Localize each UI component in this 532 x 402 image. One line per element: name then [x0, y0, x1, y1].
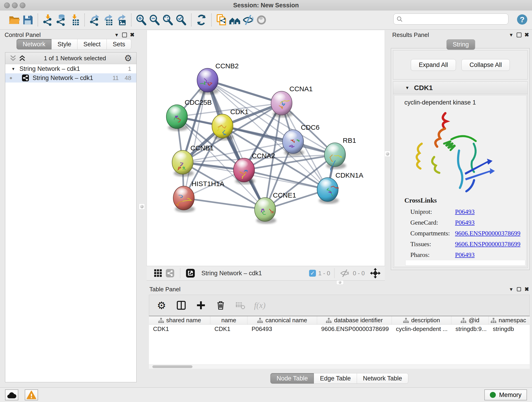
node-label-hist1h1a: HIST1H1A — [191, 180, 224, 187]
window-title: Session: New Session — [0, 2, 532, 9]
network-node-ccna2[interactable]: CCNA2 — [234, 152, 275, 185]
crosslink-link[interactable]: P06493 — [455, 208, 475, 216]
crosslink-link[interactable]: P06493 — [455, 219, 475, 226]
scrollbar-thumb[interactable] — [152, 365, 192, 368]
column-label: namespac — [499, 317, 526, 324]
tab-network[interactable]: Network — [17, 39, 51, 50]
panel-menu-icon[interactable]: ▾ — [507, 32, 515, 38]
clone-network-button[interactable] — [215, 13, 228, 27]
network-options-gear-icon[interactable]: ⚙ — [123, 52, 133, 64]
network-edge[interactable] — [184, 198, 265, 210]
collapse-all-icon[interactable] — [8, 52, 18, 64]
search-input[interactable] — [403, 15, 508, 23]
tab-string[interactable]: String — [447, 39, 475, 50]
table-row[interactable]: CDK1CDK1P064939606.ENSP00000378699cyclin… — [149, 325, 530, 333]
warning-button[interactable] — [25, 389, 38, 400]
home-view-button[interactable] — [228, 13, 241, 27]
table-options-gear-icon[interactable]: ⚙ — [156, 299, 167, 311]
tab-sets[interactable]: Sets — [107, 39, 131, 50]
refresh-button[interactable] — [195, 13, 208, 27]
add-column-icon[interactable] — [195, 299, 207, 311]
export-table-button[interactable] — [101, 13, 114, 27]
panel-menu-icon[interactable]: ▾ — [113, 32, 120, 38]
network-canvas[interactable]: CCNB2CCNA1CDC25BCDK1CDC6RB1CCNB1CCNA2CDK… — [147, 30, 385, 266]
hide-panel-button[interactable] — [241, 13, 255, 27]
delete-column-icon[interactable] — [215, 299, 227, 311]
network-node-cdkn1a[interactable]: CDKN1A — [317, 172, 363, 204]
panel-menu-icon[interactable]: ▾ — [507, 286, 515, 293]
panel-float-icon[interactable] — [120, 32, 128, 38]
network-node-hist1h1a[interactable]: HIST1H1A — [173, 180, 224, 212]
expand-all-icon[interactable] — [18, 52, 27, 64]
birds-eye-grid-icon[interactable] — [152, 267, 164, 279]
expand-all-button[interactable]: Expand All — [411, 59, 456, 71]
network-node-cdc6[interactable]: CDC6 — [283, 123, 320, 156]
cell-description: cyclin-dependent ... — [392, 325, 451, 332]
column-header-id[interactable]: @id — [451, 316, 489, 324]
collapse-all-button[interactable]: Collapse All — [462, 59, 510, 71]
panel-close-icon[interactable]: ✖ — [128, 32, 136, 38]
import-database-button[interactable] — [55, 13, 68, 27]
preview-button[interactable] — [255, 13, 268, 27]
import-network-button[interactable] — [41, 13, 55, 27]
protein-card-header[interactable]: ▾ CDK1 — [393, 82, 527, 94]
network-edge[interactable] — [208, 80, 282, 103]
network-node-ccnb1[interactable]: CCNB1 — [172, 144, 214, 177]
toolbar-separator — [38, 13, 38, 26]
column-header-name[interactable]: name — [210, 316, 247, 324]
column-header-shared-name[interactable]: shared name — [149, 316, 210, 324]
selected-nodes-checkbox[interactable]: ✓ — [309, 270, 316, 277]
left-splitter-grip[interactable] — [139, 204, 145, 210]
selected-counts: 1 - 0 — [318, 270, 330, 277]
tab-network-table[interactable]: Network Table — [357, 373, 408, 384]
column-header-namespac[interactable]: namespac — [489, 316, 528, 324]
column-header-database-identifier[interactable]: database identifier — [317, 316, 392, 324]
fit-selected-crosshair-icon[interactable] — [369, 267, 381, 279]
column-type-icon — [491, 318, 496, 323]
export-network-button[interactable] — [88, 13, 101, 27]
column-header-canonical-name[interactable]: canonical name — [247, 316, 317, 324]
zoom-in-button[interactable] — [135, 13, 148, 27]
crosslink-label: GeneCard: — [410, 219, 455, 226]
network-node-ccne1[interactable]: CCNE1 — [254, 191, 296, 224]
zoom-fit-button[interactable] — [161, 13, 175, 27]
control-panel: Control Panel ▾ ✖ NetworkStyleSelectSets… — [2, 30, 137, 387]
select-columns-icon[interactable] — [175, 299, 187, 311]
crosslink-link[interactable]: 9606.ENSP00000378699 — [455, 240, 520, 248]
tab-select[interactable]: Select — [77, 39, 107, 50]
tree-expander-icon[interactable]: ▾ — [12, 66, 14, 71]
network-tree-item[interactable]: ● String Network – cdk1 11 48 — [5, 73, 136, 83]
panel-float-icon[interactable] — [515, 286, 523, 293]
open-session-button[interactable] — [8, 13, 21, 27]
help-button[interactable]: ? — [516, 14, 528, 25]
column-type-icon — [403, 318, 409, 323]
import-table-button[interactable] — [68, 13, 81, 27]
open-in-new-window-icon[interactable] — [184, 267, 196, 279]
crosslink-link[interactable]: 9606.ENSP00000378699 — [455, 230, 520, 237]
panel-close-icon[interactable]: ✖ — [523, 32, 531, 38]
panel-close-icon[interactable]: ✖ — [523, 286, 531, 293]
memory-status-icon — [490, 392, 496, 398]
tab-style[interactable]: Style — [51, 39, 77, 50]
tab-node-table[interactable]: Node Table — [270, 373, 314, 384]
memory-button[interactable]: Memory — [484, 389, 527, 400]
zoom-selected-button[interactable] — [175, 13, 188, 27]
export-image-button[interactable] — [114, 13, 128, 27]
save-session-button[interactable] — [21, 13, 34, 27]
export-image-icon — [115, 14, 127, 26]
tab-edge-table[interactable]: Edge Table — [314, 373, 357, 384]
crosslink-label: Tissues: — [410, 240, 455, 248]
panel-float-icon[interactable] — [515, 32, 523, 38]
results-scroll-strip — [405, 260, 525, 266]
zoom-out-button[interactable] — [148, 13, 161, 27]
cloud-button[interactable] — [5, 389, 18, 400]
network-tree-item[interactable]: ▾ String Network – cdk1 1 — [5, 64, 136, 73]
column-header-description[interactable]: description — [392, 316, 451, 324]
network-node-rb1[interactable]: RB1 — [324, 137, 356, 172]
horizontal-splitter-grip[interactable] — [336, 280, 344, 285]
crosslinks-title: CrossLinks — [404, 197, 526, 204]
column-label: description — [411, 317, 440, 324]
crosslink-link[interactable]: P06493 — [455, 251, 475, 259]
zoom-out-icon — [148, 14, 161, 26]
network-share-icon[interactable] — [164, 267, 176, 279]
